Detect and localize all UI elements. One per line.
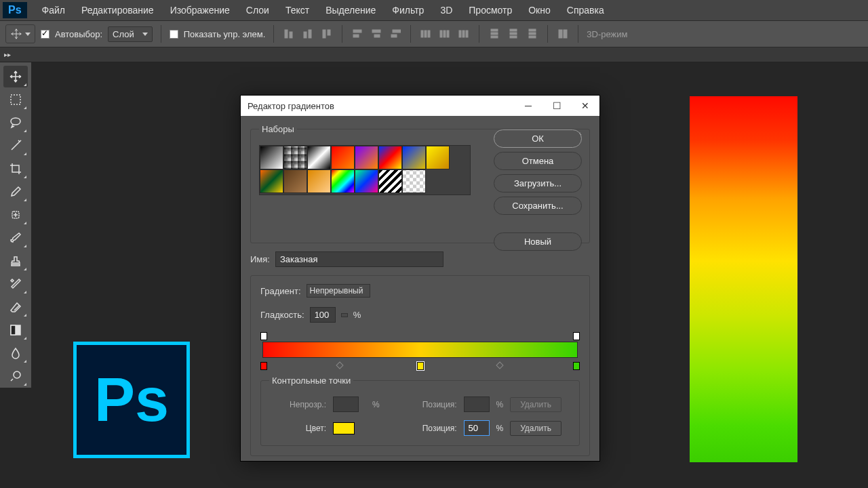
svg-rect-13 — [425, 30, 427, 37]
history-brush-tool[interactable] — [3, 273, 28, 295]
menu-select[interactable]: Выделение — [317, 5, 384, 16]
heal-tool[interactable] — [3, 204, 28, 226]
menu-view[interactable]: Просмотр — [460, 5, 520, 16]
svg-rect-31 — [564, 30, 567, 38]
opacity-stop[interactable] — [573, 332, 580, 340]
panel-expand[interactable]: ▸▸ — [0, 47, 868, 62]
align-icon[interactable] — [320, 27, 334, 41]
presets-grid[interactable] — [259, 145, 471, 195]
maximize-icon[interactable]: ☐ — [542, 96, 571, 116]
dist-icon[interactable] — [488, 27, 501, 41]
delete-color-button[interactable]: Удалить — [510, 421, 561, 436]
color-stop[interactable] — [260, 362, 267, 370]
dist-icon[interactable] — [556, 27, 570, 41]
menu-image[interactable]: Изображение — [162, 5, 238, 16]
svg-rect-16 — [443, 30, 446, 37]
svg-rect-4 — [323, 30, 326, 38]
dist-icon[interactable] — [457, 27, 471, 41]
dist-icon[interactable] — [526, 27, 539, 41]
svg-rect-24 — [510, 29, 517, 31]
gradient-type-select[interactable]: Непрерывный — [307, 284, 371, 298]
color-label: Цвет: — [279, 424, 326, 433]
dist-icon[interactable] — [419, 27, 433, 41]
dodge-tool[interactable] — [3, 365, 28, 387]
new-button[interactable]: Новый — [494, 232, 582, 251]
autoselect-target[interactable]: Слой — [108, 26, 153, 42]
menu-layers[interactable]: Слои — [238, 5, 277, 16]
move-tool[interactable] — [3, 66, 28, 87]
stops-fieldset: Контрольные точки Непрозр.: % Позиция: %… — [260, 375, 580, 446]
svg-rect-29 — [529, 36, 536, 38]
dialog-button-column: ОК Отмена Загрузить... Сохранить... Новы… — [494, 129, 582, 251]
menu-filter[interactable]: Фильтр — [384, 5, 432, 16]
pos-label: Позиция: — [410, 400, 457, 409]
tool-indicator[interactable] — [5, 24, 35, 43]
minimize-icon[interactable]: ─ — [514, 96, 542, 116]
marquee-tool[interactable] — [3, 89, 28, 110]
eraser-tool[interactable] — [3, 296, 28, 318]
color-pos-input[interactable] — [464, 420, 490, 436]
smoothness-dropdown[interactable] — [341, 313, 348, 317]
gradient-settings-fieldset: Градиент: Непрерывный Гладкость: % К — [250, 275, 590, 456]
gradient-preview-canvas — [690, 96, 797, 462]
options-bar: Автовыбор: Слой Показать упр. элем. 3D-р… — [0, 20, 868, 47]
svg-rect-11 — [391, 35, 397, 37]
smoothness-input[interactable] — [310, 307, 336, 323]
name-input[interactable] — [275, 251, 443, 267]
svg-rect-28 — [529, 33, 536, 35]
stamp-tool[interactable] — [3, 250, 28, 272]
ok-button[interactable]: ОК — [494, 129, 582, 148]
menu-text[interactable]: Текст — [277, 5, 317, 16]
eyedropper-tool[interactable] — [3, 181, 28, 203]
dist-icon[interactable] — [507, 27, 520, 41]
align-icon[interactable] — [351, 27, 364, 41]
menu-file[interactable]: Файл — [34, 5, 73, 16]
lasso-tool[interactable] — [3, 112, 28, 134]
save-button[interactable]: Сохранить... — [494, 197, 582, 215]
svg-rect-10 — [393, 30, 401, 33]
cancel-button[interactable]: Отмена — [494, 152, 582, 170]
opacity-label: Непрозр.: — [279, 400, 326, 409]
crop-tool[interactable] — [3, 158, 28, 180]
close-icon[interactable]: ✕ — [571, 96, 599, 116]
midpoint-stop[interactable] — [336, 361, 343, 369]
load-button[interactable]: Загрузить... — [494, 174, 582, 192]
showctrl-checkbox[interactable] — [170, 30, 178, 39]
svg-rect-18 — [459, 30, 461, 37]
blur-tool[interactable] — [3, 342, 28, 364]
svg-rect-7 — [353, 35, 359, 37]
color-stop-selected[interactable] — [417, 362, 424, 370]
svg-rect-19 — [462, 30, 465, 37]
gradient-tool[interactable] — [3, 319, 28, 341]
menu-window[interactable]: Окно — [520, 5, 559, 16]
align-icon[interactable] — [282, 27, 296, 41]
dist-icon[interactable] — [438, 27, 452, 41]
svg-rect-25 — [510, 33, 517, 35]
menu-3d[interactable]: 3D — [432, 5, 460, 16]
autoselect-checkbox[interactable] — [41, 30, 50, 39]
svg-rect-15 — [440, 30, 442, 37]
svg-rect-8 — [372, 30, 380, 33]
name-label: Имя: — [250, 254, 270, 264]
dialog-title: Редактор градиентов — [248, 101, 334, 111]
brush-tool[interactable] — [3, 227, 28, 249]
toolbox — [0, 62, 31, 388]
color-swatch[interactable] — [333, 422, 355, 434]
align-icon[interactable] — [389, 27, 402, 41]
midpoint-stop[interactable] — [496, 361, 503, 369]
svg-rect-3 — [309, 30, 311, 38]
align-icon[interactable] — [301, 27, 315, 41]
gradient-bar[interactable] — [260, 332, 580, 370]
dialog-titlebar[interactable]: Редактор градиентов ─ ☐ ✕ — [241, 96, 599, 116]
menu-help[interactable]: Справка — [559, 5, 612, 16]
svg-rect-32 — [11, 95, 20, 104]
menu-edit[interactable]: Редактирование — [73, 5, 162, 16]
svg-rect-14 — [428, 30, 430, 37]
align-icon[interactable] — [370, 27, 383, 41]
svg-point-36 — [14, 371, 20, 378]
3d-mode-label[interactable]: 3D-режим — [587, 29, 627, 39]
color-stop[interactable] — [573, 362, 580, 370]
wand-tool[interactable] — [3, 135, 28, 157]
delete-opacity-button: Удалить — [510, 397, 561, 412]
opacity-stop[interactable] — [260, 332, 267, 340]
